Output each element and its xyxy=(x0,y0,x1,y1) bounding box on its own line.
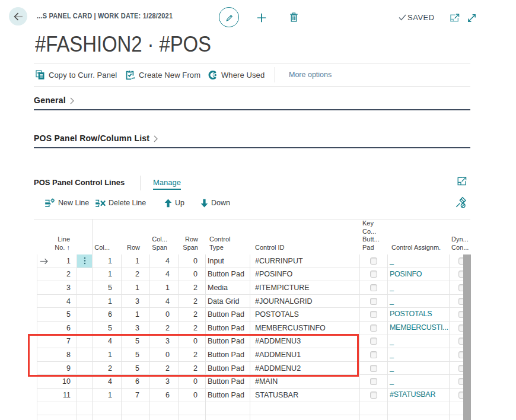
cell-line-no[interactable]: 11 xyxy=(37,389,77,402)
table-row-6[interactable]: 65322Button PadMEMBERCUSTINFOMEMBERCUSTI… xyxy=(37,322,471,335)
cell-row-span[interactable]: 0 xyxy=(179,389,206,402)
cell-control-type[interactable]: Button Pad xyxy=(206,389,250,402)
cell-line-no[interactable]: 5 xyxy=(37,308,77,321)
cell-row[interactable]: 1 xyxy=(122,308,150,321)
cell-control-type[interactable]: Button Pad xyxy=(206,362,250,375)
column-header-control-type[interactable]: Control Type xyxy=(206,236,250,252)
cell-col[interactable]: 1 xyxy=(93,389,122,402)
cell-line-no[interactable]: 1 xyxy=(37,254,77,268)
table-row-2[interactable]: 21240Button Pad#POSINFOPOSINFO xyxy=(37,268,471,282)
cell-control-type[interactable]: Input xyxy=(206,254,250,268)
column-header-key-pad[interactable]: Key Co... Butt... Pad xyxy=(360,219,388,252)
move-up-button[interactable]: Up xyxy=(164,196,184,210)
cell-row[interactable]: 6 xyxy=(122,375,150,388)
cell-row[interactable]: 5 xyxy=(122,335,150,348)
copy-to-curr-panel-button[interactable]: Copy to Curr. Panel xyxy=(36,63,117,86)
column-header-control-assignm[interactable]: Control Assignm. xyxy=(388,244,450,252)
more-options-button[interactable]: More options xyxy=(289,63,332,86)
column-header-line-no[interactable]: Line No. ↑ xyxy=(37,236,77,252)
cell-key-pad[interactable] xyxy=(360,389,388,402)
cell-key-pad[interactable] xyxy=(360,295,388,308)
cell-row[interactable]: 3 xyxy=(122,322,150,335)
cell-col-span[interactable]: 0 xyxy=(150,308,179,321)
cell-control-assignm[interactable]: _ xyxy=(388,335,450,348)
cell-control-id[interactable]: #MAIN xyxy=(250,375,360,388)
cell-control-id[interactable]: #ADDMENU3 xyxy=(250,335,360,348)
table-row-11[interactable]: 111760Button PadSTATUSBAR#STATUSBAR xyxy=(37,389,471,402)
cell-key-pad[interactable] xyxy=(360,362,388,375)
cell-control-assignm[interactable]: _ xyxy=(388,254,450,268)
cell-col[interactable]: 4 xyxy=(93,375,122,388)
cell-col-span[interactable]: 4 xyxy=(150,268,179,281)
new-button[interactable] xyxy=(257,13,266,23)
cell-key-pad[interactable] xyxy=(360,254,388,268)
cell-col-span[interactable]: 4 xyxy=(150,295,179,308)
key-pad-checkbox[interactable] xyxy=(370,338,377,345)
cell-line-no[interactable]: 3 xyxy=(37,281,77,294)
table-row-3[interactable]: 35112Media#ITEMPICTURE_ xyxy=(37,281,471,295)
cell-line-no[interactable]: 7 xyxy=(37,335,77,348)
cell-control-assignm[interactable]: _ xyxy=(388,281,450,294)
delete-button[interactable] xyxy=(290,12,298,22)
cell-control-id[interactable]: #ADDMENU2 xyxy=(250,362,360,375)
cell-col-span[interactable]: 1 xyxy=(150,281,179,294)
table-row-9[interactable]: 92522Button Pad#ADDMENU2_ xyxy=(37,362,471,376)
table-vertical-scrollbar[interactable] xyxy=(463,254,471,420)
cell-row-span[interactable]: 2 xyxy=(179,308,206,321)
key-pad-checkbox[interactable] xyxy=(370,271,377,278)
expand-button[interactable] xyxy=(467,14,476,23)
cell-control-id[interactable]: #POSINFO xyxy=(250,268,360,281)
table-row-8[interactable]: 81502Button Pad#ADDMENU1_ xyxy=(37,348,471,362)
delete-line-button[interactable]: Delete Line xyxy=(95,196,146,210)
cell-control-type[interactable]: Button Pad xyxy=(206,308,250,321)
cell-col[interactable]: 5 xyxy=(93,322,122,335)
cell-control-assignm[interactable]: POSTOTALS xyxy=(388,308,450,321)
column-header-row-span[interactable]: Row Span xyxy=(179,236,206,252)
cell-control-assignm[interactable]: _ xyxy=(388,375,450,388)
cell-col[interactable]: 2 xyxy=(93,362,122,375)
cell-row-span[interactable]: 2 xyxy=(179,322,206,335)
cell-control-id[interactable]: STATUSBAR xyxy=(250,389,360,402)
cell-control-id[interactable]: #ADDMENU1 xyxy=(250,348,360,361)
cell-control-id[interactable]: #ITEMPICTURE xyxy=(250,281,360,294)
cell-control-assignm[interactable]: #STATUSBAR xyxy=(388,389,450,402)
cell-row-span[interactable]: 0 xyxy=(179,254,206,268)
cell-col[interactable]: 1 xyxy=(93,348,122,361)
cell-line-no[interactable]: 9 xyxy=(37,362,77,375)
cell-control-type[interactable]: Media xyxy=(206,281,250,294)
open-part-button[interactable] xyxy=(457,177,467,186)
cell-key-pad[interactable] xyxy=(360,375,388,388)
cell-col-span[interactable]: 6 xyxy=(150,389,179,402)
row-options-cell[interactable] xyxy=(77,254,93,268)
cell-control-type[interactable]: Button Pad xyxy=(206,268,250,281)
table-row-5[interactable]: 56102Button PadPOSTOTALSPOSTOTALS xyxy=(37,308,471,322)
table-row-1[interactable]: 11140Input#CURRINPUT_ xyxy=(37,254,471,268)
section-rowcol-list[interactable]: POS Panel Row/Column List xyxy=(34,133,158,143)
cell-control-assignm[interactable]: _ xyxy=(388,362,450,375)
column-header-col[interactable]: Col... xyxy=(93,244,122,252)
cell-line-no[interactable]: 4 xyxy=(37,295,77,308)
cell-col[interactable]: 4 xyxy=(93,335,122,348)
section-general[interactable]: General xyxy=(34,96,74,105)
move-down-button[interactable]: Down xyxy=(200,196,230,210)
unpin-button[interactable] xyxy=(454,196,467,209)
table-row-7[interactable]: 74530Button Pad#ADDMENU3_ xyxy=(37,335,471,349)
cell-control-id[interactable]: #CURRINPUT xyxy=(250,254,360,268)
create-new-from-button[interactable]: Create New From xyxy=(126,63,200,86)
key-pad-checkbox[interactable] xyxy=(370,351,377,358)
cell-key-pad[interactable] xyxy=(360,348,388,361)
cell-row-span[interactable]: 2 xyxy=(179,348,206,361)
cell-key-pad[interactable] xyxy=(360,322,388,335)
cell-row-span[interactable]: 0 xyxy=(179,335,206,348)
cell-row[interactable]: 5 xyxy=(122,362,150,375)
cell-control-assignm[interactable]: _ xyxy=(388,295,450,308)
new-line-button[interactable]: New Line xyxy=(44,196,89,210)
cell-row[interactable]: 7 xyxy=(122,389,150,402)
cell-control-type[interactable]: Button Pad xyxy=(206,375,250,388)
cell-col-span[interactable]: 3 xyxy=(150,375,179,388)
cell-control-assignm[interactable]: MEMBERCUSTI... xyxy=(388,322,450,335)
cell-key-pad[interactable] xyxy=(360,335,388,348)
cell-key-pad[interactable] xyxy=(360,308,388,321)
cell-col-span[interactable]: 2 xyxy=(150,322,179,335)
key-pad-checkbox[interactable] xyxy=(370,311,377,318)
